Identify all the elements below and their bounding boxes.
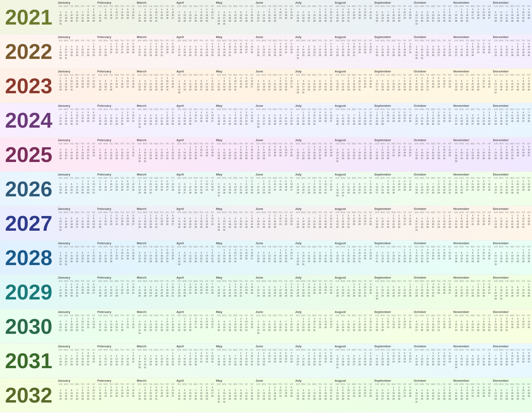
day-cell: 7 bbox=[301, 355, 307, 358]
day-cell: 8 bbox=[431, 355, 436, 358]
day-cell: 18 bbox=[193, 289, 199, 292]
day-header: SUN bbox=[137, 349, 142, 351]
day-cell: 16 bbox=[323, 392, 329, 395]
day-header: WED bbox=[312, 280, 318, 283]
day-cell: 18 bbox=[198, 323, 204, 326]
day-cell bbox=[148, 111, 153, 114]
day-cell: 26 bbox=[108, 329, 114, 332]
day-cell bbox=[137, 249, 142, 252]
day-header: MON bbox=[182, 280, 188, 283]
day-cell bbox=[277, 20, 283, 22]
day-cell bbox=[351, 226, 357, 229]
day-cell: 21 bbox=[408, 117, 413, 120]
day-cell: 14 bbox=[114, 117, 119, 120]
day-cell: 13 bbox=[91, 114, 97, 117]
day-cell bbox=[453, 146, 459, 148]
day-cell: 11 bbox=[335, 117, 340, 120]
day-cell: 18 bbox=[459, 326, 464, 329]
day-cell: 23 bbox=[97, 157, 103, 160]
day-cell: 24 bbox=[340, 191, 346, 194]
day-cell: 17 bbox=[176, 51, 182, 54]
day-cell bbox=[414, 146, 419, 148]
day-cell: 30 bbox=[243, 157, 249, 160]
day-cell bbox=[351, 111, 357, 114]
days-grid: 1234567891011121314151617181920212223242… bbox=[216, 317, 255, 332]
day-cell: 22 bbox=[431, 360, 436, 363]
day-cell: 11 bbox=[470, 183, 476, 186]
day-header: WED bbox=[193, 315, 199, 317]
day-header: FRI bbox=[283, 383, 289, 386]
day-header: MON bbox=[419, 108, 425, 111]
day-cell: 11 bbox=[498, 254, 504, 257]
day-header: SAT bbox=[447, 40, 453, 42]
day-cell bbox=[414, 386, 419, 389]
day-cell: 8 bbox=[526, 286, 532, 289]
day-cell: 25 bbox=[357, 51, 363, 54]
day-cell: 27 bbox=[408, 360, 413, 363]
day-cell: 2 bbox=[504, 146, 509, 148]
day-cell: 20 bbox=[498, 395, 504, 398]
day-header: TUE bbox=[148, 315, 153, 317]
day-cell: 6 bbox=[210, 111, 215, 114]
day-header: MON bbox=[498, 383, 504, 386]
month-block-june-2030: JuneSUNMONTUEWEDTHUFRISAT123456789101112… bbox=[255, 309, 295, 343]
month-name: October bbox=[414, 70, 453, 74]
day-cell bbox=[216, 8, 222, 11]
day-cell: 11 bbox=[74, 80, 80, 83]
day-cell: 5 bbox=[425, 217, 431, 220]
month-block-may-2022: MaySUNMONTUEWEDTHUFRISAT1234567891011121… bbox=[216, 34, 255, 68]
day-cell: 28 bbox=[431, 191, 436, 194]
day-cell: 19 bbox=[58, 360, 63, 363]
day-cell: 17 bbox=[357, 254, 363, 257]
day-cell bbox=[182, 386, 188, 389]
day-cell: 28 bbox=[481, 363, 487, 366]
day-cell: 17 bbox=[210, 220, 215, 223]
day-cell: 30 bbox=[335, 194, 340, 197]
day-cell bbox=[436, 400, 442, 403]
day-cell: 17 bbox=[277, 392, 283, 395]
day-cell: 14 bbox=[357, 151, 363, 154]
day-cell: 8 bbox=[91, 252, 97, 254]
day-header: TUE bbox=[464, 40, 470, 42]
day-header: SAT bbox=[328, 40, 334, 42]
day-cell: 14 bbox=[216, 254, 222, 257]
day-cell: 26 bbox=[402, 360, 408, 363]
day-cell: 19 bbox=[108, 326, 114, 329]
day-cell: 25 bbox=[91, 154, 97, 157]
day-cell: 23 bbox=[148, 223, 153, 226]
day-cell: 25 bbox=[266, 329, 272, 332]
days-grid: 1234567891011121314151617181920212223242… bbox=[374, 352, 413, 366]
day-cell: 2 bbox=[80, 352, 86, 355]
day-cell: 9 bbox=[97, 358, 103, 360]
day-cell: 29 bbox=[306, 363, 312, 366]
day-cell: 2 bbox=[91, 8, 97, 11]
day-cell: 11 bbox=[362, 252, 368, 254]
day-header: THU bbox=[159, 315, 165, 317]
day-cell: 18 bbox=[476, 392, 481, 395]
month-name: February bbox=[97, 70, 136, 74]
day-header: SUN bbox=[493, 108, 498, 111]
day-cell: 29 bbox=[408, 295, 413, 297]
day-cell: 19 bbox=[301, 395, 307, 398]
day-cell: 29 bbox=[86, 226, 91, 229]
day-cell: 18 bbox=[165, 48, 170, 51]
day-cell bbox=[193, 329, 199, 332]
day-cell: 16 bbox=[97, 154, 103, 157]
day-cell: 1 bbox=[464, 43, 470, 45]
day-cell: 24 bbox=[504, 120, 509, 123]
day-cell: 17 bbox=[368, 117, 374, 120]
day-cell: 22 bbox=[442, 223, 447, 226]
day-cell: 25 bbox=[255, 260, 261, 263]
day-cell: 3 bbox=[153, 214, 159, 217]
day-cell: 10 bbox=[368, 114, 374, 117]
day-cell: 9 bbox=[63, 80, 69, 83]
day-cell bbox=[408, 191, 413, 194]
day-cell bbox=[504, 263, 509, 266]
day-cell: 20 bbox=[459, 86, 464, 88]
day-cell: 16 bbox=[170, 117, 176, 120]
day-cell: 4 bbox=[391, 317, 397, 320]
day-cell: 8 bbox=[198, 217, 204, 220]
day-cell: 31 bbox=[91, 398, 97, 400]
day-cell bbox=[351, 352, 357, 355]
day-cell: 22 bbox=[63, 292, 69, 295]
